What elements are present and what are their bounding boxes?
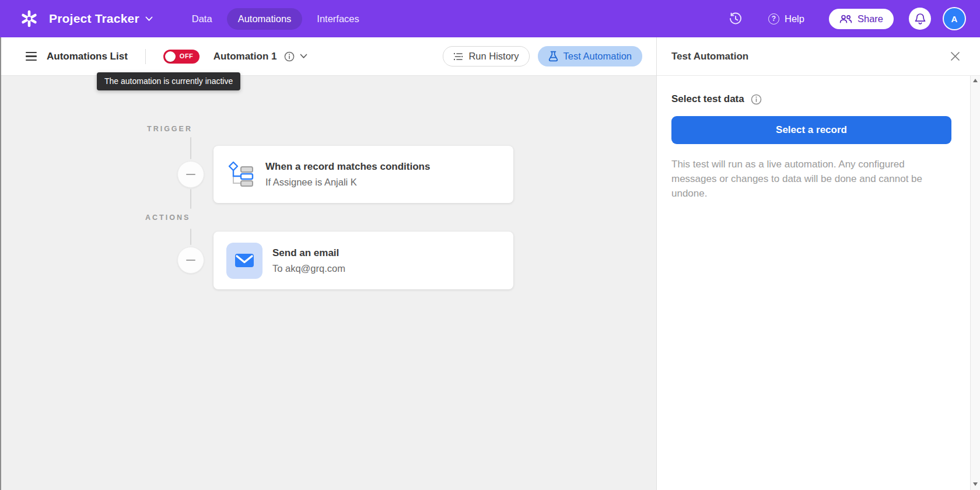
toolbar-divider	[145, 49, 146, 64]
trigger-card-subtitle: If Assignee is Anjali K	[265, 177, 430, 188]
connector-line	[190, 137, 191, 159]
menu-icon[interactable]	[26, 52, 37, 61]
top-app-bar: Project Tracker Data Automations Interfa…	[0, 0, 980, 37]
automation-toolbar: Automations List OFF Automation 1	[1, 37, 656, 76]
bell-icon	[915, 13, 926, 25]
info-icon[interactable]	[751, 94, 762, 105]
close-icon[interactable]	[950, 51, 960, 61]
run-history-label: Run History	[468, 51, 519, 62]
automation-menu-chevron-down-icon[interactable]	[300, 54, 307, 59]
app-title-chevron-down-icon[interactable]	[145, 16, 153, 22]
panel-body: Select test data Select a record This te…	[657, 76, 980, 490]
test-automation-button[interactable]: Test Automation	[538, 46, 642, 66]
action-card-title: Send an email	[272, 247, 345, 259]
panel-content: Select test data Select a record This te…	[657, 76, 970, 490]
connector-line	[190, 229, 191, 245]
help-label: Help	[785, 13, 804, 24]
automation-info-icon[interactable]	[284, 51, 295, 62]
select-test-data-label: Select test data	[671, 93, 744, 105]
actions-section-label: ACTIONS	[145, 214, 190, 222]
collapse-action-button[interactable]	[177, 247, 204, 274]
connector-line	[190, 189, 191, 209]
share-button[interactable]: Share	[829, 9, 894, 29]
automation-canvas: TRIGGER ACTIONS When a record matches co…	[1, 76, 656, 490]
nav-tab-data[interactable]: Data	[181, 8, 223, 30]
trigger-section-label: TRIGGER	[147, 125, 192, 133]
trigger-node-card[interactable]: When a record matches conditions If Assi…	[214, 146, 513, 203]
automations-list-link[interactable]: Automations List	[47, 51, 128, 62]
action-card-subtitle: To akq@grq.com	[272, 263, 345, 274]
matches-conditions-icon	[226, 160, 256, 189]
history-icon[interactable]	[729, 12, 743, 26]
toggle-state-label: OFF	[180, 52, 194, 60]
automation-name[interactable]: Automation 1	[214, 51, 277, 62]
notifications-button[interactable]	[909, 8, 931, 30]
run-history-button[interactable]: Run History	[443, 46, 529, 66]
select-a-record-button[interactable]: Select a record	[671, 116, 951, 144]
nav-tab-interfaces[interactable]: Interfaces	[306, 8, 370, 30]
help-button[interactable]: ? Help	[768, 13, 804, 24]
scroll-up-icon[interactable]	[973, 79, 978, 82]
collapse-trigger-button[interactable]	[177, 161, 204, 188]
envelope-icon	[235, 253, 254, 268]
trigger-card-title: When a record matches conditions	[265, 161, 430, 173]
share-label: Share	[858, 13, 883, 24]
people-icon	[839, 15, 852, 23]
app-logo-icon[interactable]	[20, 9, 38, 28]
panel-scrollbar[interactable]	[970, 76, 980, 490]
run-history-icon	[453, 52, 463, 61]
minus-icon	[186, 260, 195, 261]
nav-tab-automations[interactable]: Automations	[227, 8, 303, 30]
app-title: Project Tracker	[49, 12, 139, 26]
minus-icon	[186, 174, 195, 175]
flask-icon	[548, 51, 558, 62]
test-disclaimer-text: This test will run as a live automation.…	[671, 157, 951, 201]
email-action-tile	[226, 243, 262, 279]
action-node-card[interactable]: Send an email To akq@grq.com	[214, 232, 513, 289]
test-automation-label: Test Automation	[564, 51, 632, 62]
user-avatar[interactable]: A	[944, 8, 965, 29]
question-mark-icon: ?	[768, 13, 779, 24]
avatar-initial: A	[951, 14, 958, 24]
panel-header: Test Automation	[657, 37, 980, 76]
toggle-knob	[165, 51, 176, 62]
test-automation-panel: Test Automation Select test data Select …	[656, 37, 980, 490]
top-navigation: Data Automations Interfaces	[181, 8, 370, 30]
panel-title: Test Automation	[671, 51, 748, 62]
toggle-tooltip: The automation is currently inactive	[97, 72, 240, 90]
automation-enabled-toggle[interactable]: OFF	[163, 50, 200, 64]
automation-editor-column: Automations List OFF Automation 1	[0, 37, 656, 490]
scroll-down-icon[interactable]	[973, 482, 978, 486]
main-area: Automations List OFF Automation 1	[0, 37, 980, 490]
